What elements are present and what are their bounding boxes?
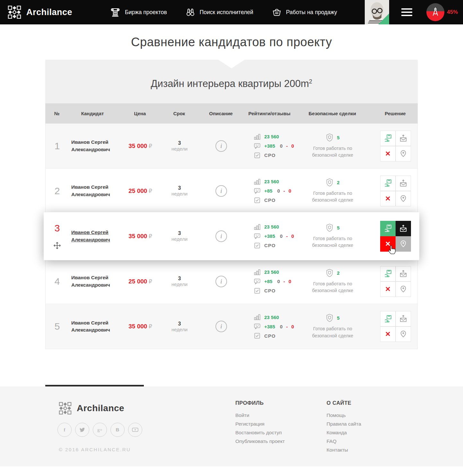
page: Archilance Биржа проектов — [0, 0, 463, 476]
facebook-icon[interactable]: f — [57, 423, 72, 437]
reject-button[interactable]: ✕ — [380, 281, 396, 297]
info-icon[interactable]: i — [215, 321, 227, 332]
offer-deal-button[interactable] — [380, 131, 396, 146]
reviews-bubble-icon — [254, 143, 261, 150]
table-row: 4 Иванов Сергей Александрович 25 000 — [46, 259, 417, 304]
checkbox-icon — [254, 242, 261, 249]
nav-item-find-performers[interactable]: Поиск исполнителей — [186, 7, 253, 17]
info-icon[interactable]: i — [215, 276, 227, 287]
hamburger-menu-icon[interactable] — [401, 8, 412, 16]
add-location-button[interactable] — [396, 236, 411, 252]
candidate-name[interactable]: Иванов Сергей Александрович — [71, 274, 115, 289]
table-body: 1 Иванов Сергей Александрович 35 000 — [45, 124, 418, 349]
info-icon[interactable]: i — [215, 140, 227, 152]
footer-link-register[interactable]: Регистрация — [235, 421, 265, 427]
term-unit: недели — [164, 236, 195, 242]
vk-icon[interactable]: B — [110, 423, 125, 437]
send-message-button[interactable] — [396, 266, 411, 281]
certification-label: СРО — [264, 243, 275, 248]
currency-symbol: ₽ — [149, 279, 152, 285]
footer-column-title: О САЙТЕ — [327, 400, 361, 406]
reviews-separator: - — [284, 279, 285, 284]
footer-brand[interactable]: Archilance — [59, 402, 124, 415]
google-plus-icon[interactable]: g+ — [93, 423, 107, 437]
close-icon: ✕ — [385, 330, 391, 338]
send-message-button[interactable] — [396, 221, 411, 236]
reject-button[interactable]: ✕ — [380, 191, 396, 206]
safe-deals-count: 2 — [337, 180, 339, 185]
reviews-separator: - — [286, 324, 288, 329]
send-message-button[interactable] — [396, 131, 411, 146]
move-handle-icon[interactable] — [53, 241, 61, 250]
footer-link-restore-access[interactable]: Востановить доступ — [235, 430, 282, 435]
add-location-button[interactable] — [396, 191, 411, 206]
chart-icon — [254, 133, 261, 140]
candidate-name[interactable]: Иванов Сергей Александрович — [71, 184, 115, 198]
band-notch — [218, 60, 245, 68]
offer-deal-button[interactable] — [380, 176, 396, 191]
candidate-name[interactable]: Иванов Сергей Александрович — [71, 139, 115, 153]
price-value: 25 000 — [128, 278, 147, 285]
footer-link-rules[interactable]: Правила сайта — [327, 421, 361, 427]
close-icon: ✕ — [385, 150, 391, 158]
send-message-button[interactable] — [396, 311, 411, 326]
send-message-button[interactable] — [396, 176, 411, 191]
add-location-button[interactable] — [396, 326, 411, 342]
footer-link-publish-project[interactable]: Опубликовать проект — [235, 438, 285, 444]
youtube-icon[interactable] — [128, 423, 142, 437]
term-value: 3 — [164, 230, 195, 236]
footer-link-faq[interactable]: FAQ — [327, 438, 336, 444]
add-location-button[interactable] — [396, 281, 411, 297]
twitter-icon[interactable] — [75, 423, 89, 437]
col-header-term: Срок — [163, 111, 195, 116]
avatar[interactable] — [365, 0, 389, 24]
term-unit: недели — [164, 281, 195, 287]
certification-label: СРО — [264, 333, 275, 339]
reject-button[interactable]: ✕ — [380, 326, 396, 342]
close-icon: ✕ — [385, 195, 391, 203]
profile-progress[interactable]: 45% — [426, 3, 458, 21]
nav-item-label: Работы на продажу — [286, 9, 337, 16]
candidate-name[interactable]: Иванов Сергей Александрович — [71, 229, 115, 243]
footer-column-profile: ПРОФИЛЬ Войти Регистрация Востановить до… — [235, 400, 285, 447]
column-icon — [110, 7, 120, 17]
footer-link-help[interactable]: Помощь — [327, 412, 346, 418]
add-location-button[interactable] — [396, 146, 411, 161]
reviews-neutral: 0 — [280, 324, 283, 329]
offer-deal-button[interactable] — [380, 311, 396, 326]
footer-link-contacts[interactable]: Контакты — [327, 447, 348, 453]
nav-item-works-for-sale[interactable]: Работы на продажу — [272, 7, 337, 17]
shield-icon — [326, 133, 334, 142]
offer-deal-button[interactable] — [380, 266, 396, 281]
copyright: © 2016 ARCHILANCE.RU — [59, 447, 131, 452]
nav-item-label: Биржа проектов — [125, 9, 167, 16]
footer-link-team[interactable]: Команда — [327, 430, 347, 435]
currency-symbol: ₽ — [149, 324, 152, 330]
safe-deals-text: Готов работать по безопасной сделке — [304, 145, 362, 159]
brand[interactable]: Archilance — [8, 5, 72, 19]
info-icon[interactable]: i — [215, 185, 227, 197]
currency-symbol: ₽ — [149, 188, 152, 194]
table-row: 5 Иванов Сергей Александрович 35 000 — [46, 304, 417, 349]
rating-views: 23 560 — [264, 224, 279, 229]
reviews-neutral: 0 — [280, 233, 283, 239]
reviews-negative: 0 — [289, 279, 291, 284]
binoculars-icon — [186, 7, 195, 17]
safe-deals-count: 5 — [337, 135, 339, 140]
decision-buttons: ✕ — [380, 266, 411, 297]
offer-deal-button[interactable] — [380, 221, 396, 236]
footer-column-title: ПРОФИЛЬ — [235, 400, 285, 406]
info-icon[interactable]: i — [215, 230, 227, 242]
term-value: 3 — [164, 140, 195, 146]
chart-icon — [254, 269, 261, 276]
reject-button[interactable]: ✕ — [380, 146, 396, 161]
checkbox-icon — [254, 287, 261, 294]
safe-deals-text: Готов работать по безопасной сделке — [304, 281, 362, 294]
nav-item-projects-exchange[interactable]: Биржа проектов — [110, 7, 167, 17]
checkbox-icon — [254, 197, 261, 204]
footer-link-login[interactable]: Войти — [235, 412, 249, 418]
checkbox-icon — [254, 332, 261, 339]
candidate-name[interactable]: Иванов Сергей Александрович — [71, 319, 115, 334]
term-value: 3 — [164, 185, 195, 191]
col-header-description: Описание — [195, 111, 247, 116]
